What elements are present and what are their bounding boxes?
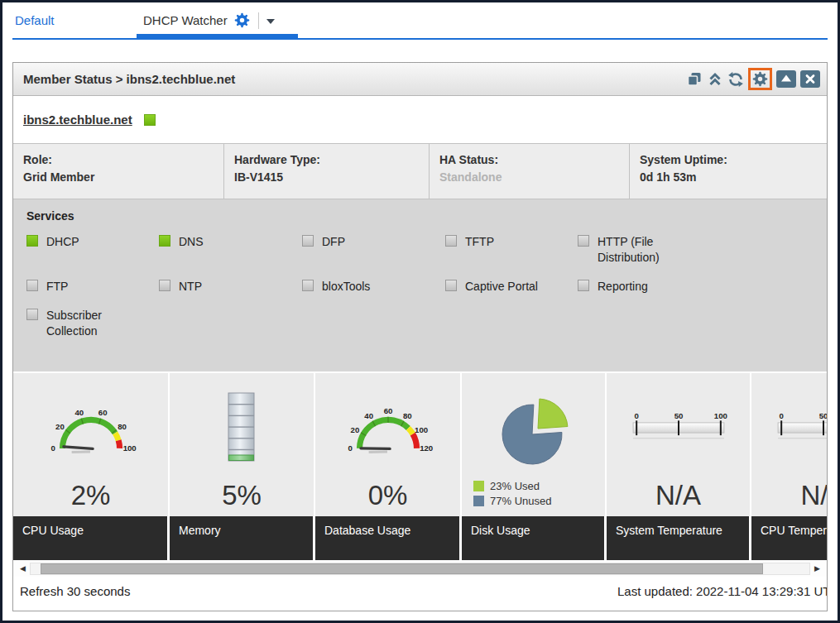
- collapse-all-icon[interactable]: [707, 71, 723, 88]
- service-item-dhcp: DHCP: [26, 234, 159, 266]
- tab-dhcp-watcher[interactable]: DHCP Watcher: [137, 2, 298, 38]
- services-section: Services DHCP DNS DFP TFTP HTTP (File Di…: [13, 199, 827, 373]
- settings-highlight-box: [748, 68, 772, 90]
- gauge-cpu-usage: 0 20 40 60 80 100 2%: [13, 373, 170, 516]
- cpu-temperature-linear-gauge: 0 50 100: [751, 373, 827, 482]
- info-value: Grid Member: [23, 169, 214, 186]
- svg-text:0: 0: [779, 411, 783, 420]
- service-stopped-icon: [26, 280, 38, 291]
- gauge-database-usage: 0 20 40 60 80 100 120 0%: [315, 373, 462, 516]
- service-stopped-icon: [578, 280, 589, 291]
- svg-text:80: 80: [402, 411, 411, 420]
- info-value: 0d 1h 53m: [640, 169, 817, 186]
- system-temperature-linear-gauge: 0 50 100: [607, 373, 750, 482]
- info-cell-role: Role: Grid Member: [13, 144, 224, 199]
- legend-row-used: 23% Used: [473, 480, 605, 492]
- svg-text:60: 60: [98, 408, 107, 417]
- member-link[interactable]: ibns2.techblue.net: [23, 113, 132, 127]
- gauges-strip: 0 20 40 60 80 100 2%: [13, 373, 827, 516]
- gauge-label-memory: Memory: [170, 516, 315, 560]
- scroll-left-arrow-icon[interactable]: ◀: [18, 565, 27, 573]
- panel-toolbar: [686, 68, 820, 90]
- svg-text:20: 20: [350, 425, 359, 434]
- last-updated-text: Last updated: 2022-11-04 13:29:31 UTC: [617, 584, 828, 598]
- collapse-panel-button[interactable]: [776, 70, 796, 88]
- tab-bar: Default DHCP Watcher: [12, 2, 828, 40]
- service-stopped-icon: [159, 280, 170, 291]
- svg-text:0: 0: [634, 411, 638, 420]
- panel-header: Member Status > ibns2.techblue.net: [13, 63, 827, 96]
- svg-text:50: 50: [674, 411, 683, 420]
- cpu-usage-dial-gauge: 0 20 40 60 80 100: [13, 373, 168, 482]
- scrollbar-thumb[interactable]: [41, 563, 763, 574]
- service-stopped-icon: [578, 235, 589, 247]
- cpu-temperature-value: N/A: [751, 482, 827, 509]
- system-temperature-value: N/A: [607, 482, 750, 509]
- service-running-icon: [26, 235, 38, 247]
- svg-text:0: 0: [50, 443, 55, 453]
- service-item-http-file-distribution: HTTP (File Distribution): [578, 234, 827, 266]
- svg-text:40: 40: [364, 411, 373, 420]
- panel-footer: Refresh 30 seconds Last updated: 2022-11…: [13, 577, 827, 611]
- scrollbar-track[interactable]: [30, 563, 810, 575]
- svg-text:40: 40: [74, 408, 84, 417]
- service-stopped-icon: [302, 235, 314, 247]
- service-stopped-icon: [445, 280, 457, 291]
- database-usage-value: 0%: [315, 482, 460, 509]
- info-value: IB-V1415: [234, 169, 419, 186]
- refresh-icon[interactable]: [727, 71, 744, 88]
- svg-text:50: 50: [819, 411, 827, 420]
- settings-gear-icon[interactable]: [752, 71, 768, 87]
- svg-text:100: 100: [713, 411, 727, 420]
- service-item-dfp: DFP: [302, 234, 445, 266]
- horizontal-scrollbar[interactable]: ◀ ▶: [13, 560, 827, 577]
- copy-icon[interactable]: [686, 71, 703, 88]
- gauge-memory: 5%: [170, 373, 315, 516]
- service-item-reporting: Reporting: [578, 279, 827, 295]
- svg-text:60: 60: [383, 406, 392, 415]
- tab-dropdown-caret-icon[interactable]: [266, 19, 275, 24]
- svg-text:0: 0: [348, 443, 352, 453]
- disk-usage-legend: 23% Used 77% Unused: [473, 480, 605, 510]
- memory-cylinder-gauge: [170, 373, 314, 482]
- gauge-label-bar: CPU Usage Memory Database Usage Disk Usa…: [13, 516, 827, 560]
- service-item-dns: DNS: [159, 234, 302, 266]
- tab-divider: [258, 12, 259, 29]
- tab-default[interactable]: Default: [12, 2, 137, 38]
- close-panel-button[interactable]: [800, 70, 820, 88]
- member-status-running-icon: [144, 114, 156, 126]
- service-item-tftp: TFTP: [445, 234, 578, 266]
- service-item-ntp: NTP: [159, 279, 302, 295]
- scroll-right-arrow-icon[interactable]: ▶: [813, 565, 822, 573]
- member-info-table: Role: Grid Member Hardware Type: IB-V141…: [13, 143, 827, 199]
- svg-text:100: 100: [415, 425, 428, 434]
- svg-text:100: 100: [122, 443, 136, 453]
- memory-value: 5%: [170, 482, 314, 509]
- gauge-label-system-temperature: System Temperature: [607, 516, 751, 560]
- service-item-bloxtools: bloxTools: [302, 279, 445, 295]
- svg-text:20: 20: [55, 422, 65, 431]
- tab-default-label: Default: [15, 13, 55, 27]
- svg-text:80: 80: [118, 422, 127, 431]
- disk-usage-pie-chart: [462, 373, 605, 478]
- info-cell-ha-status: HA Status: Standalone: [430, 144, 630, 199]
- member-status-panel: Member Status > ibns2.techblue.net: [12, 62, 828, 611]
- service-running-icon: [159, 235, 170, 247]
- legend-unused-swatch: [473, 496, 484, 506]
- cpu-usage-value: 2%: [13, 482, 168, 509]
- gauge-label-cpu-usage: CPU Usage: [13, 516, 170, 560]
- gauge-disk-usage: 23% Used 77% Unused: [462, 373, 607, 516]
- tab-settings-gear-icon[interactable]: [234, 12, 250, 28]
- member-row: ibns2.techblue.net: [13, 96, 827, 143]
- gauge-system-temperature: 0 50 100 N/A: [607, 373, 751, 516]
- database-usage-dial-gauge: 0 20 40 60 80 100 120: [315, 373, 460, 482]
- gauge-label-database-usage: Database Usage: [315, 516, 462, 560]
- service-stopped-icon: [445, 235, 457, 247]
- screenshot-frame: Default DHCP Watcher Member Status > ibn…: [0, 0, 840, 623]
- info-label: System Uptime:: [640, 151, 817, 169]
- info-cell-system-uptime: System Uptime: 0d 1h 53m: [630, 144, 827, 199]
- info-label: HA Status:: [439, 151, 619, 169]
- info-cell-hardware-type: Hardware Type: IB-V1415: [224, 144, 430, 199]
- services-title: Services: [23, 209, 827, 223]
- service-stopped-icon: [26, 309, 38, 320]
